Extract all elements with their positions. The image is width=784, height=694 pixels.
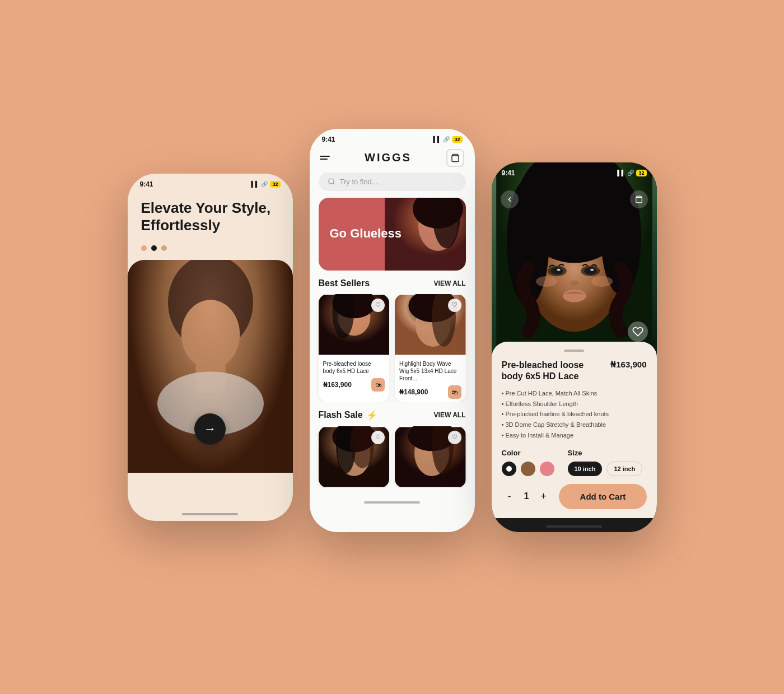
phone1-status-bar: 9:41 ▌▌ 🔗 32 (128, 174, 293, 188)
search-placeholder: Try to find... (340, 178, 378, 186)
search-bar[interactable]: Try to find... (319, 173, 466, 191)
dot-2[interactable] (151, 245, 157, 251)
best-sellers-row: ♡ Pre-bleached loose body 6x5 HD Lace ₦1… (310, 294, 475, 402)
color-swatch-black[interactable] (502, 462, 516, 476)
svg-point-37 (590, 268, 594, 271)
phone3-wishlist-button[interactable] (628, 322, 648, 342)
phone3-time: 9:41 (502, 169, 515, 177)
flash-emoji: ⚡ (366, 410, 377, 421)
hero-image: → (128, 260, 293, 473)
cta-arrow-button[interactable]: → (194, 413, 226, 445)
product-info-1: Pre-bleached loose body 6x5 HD Lace ₦163… (319, 356, 390, 395)
color-swatches (502, 462, 554, 476)
hamburger-line-2 (320, 159, 328, 160)
phone2: 9:41 ▌▌ 🔗 32 WIGGS (310, 129, 475, 532)
phone3-status-bar: 9:41 ▌▌ 🔗 32 (492, 162, 657, 177)
wiggs-logo: WIGGS (365, 151, 412, 164)
search-icon (328, 178, 335, 185)
dot-1[interactable] (141, 245, 147, 251)
best-sellers-title: Best Sellers (319, 278, 370, 288)
phone2-header: WIGGS (310, 143, 475, 173)
color-option-group: Color (502, 449, 554, 476)
product-price-row-1: ₦163,900 🛍 (323, 378, 385, 392)
size-label: Size (568, 449, 643, 457)
flash-product-image-2: ♡ (395, 426, 466, 488)
product-info-2: Highlight Body Wave Wig 5x5 13x4 HD Lace… (395, 356, 466, 402)
svg-point-41 (591, 276, 613, 287)
svg-point-1 (181, 300, 240, 369)
wishlist-button-flash-2[interactable]: ♡ (448, 431, 461, 444)
heart-icon (632, 326, 643, 337)
phone2-status-icons: ▌▌ 🔗 32 (433, 136, 462, 143)
wishlist-button-2[interactable]: ♡ (448, 299, 461, 312)
product-card-1[interactable]: ♡ Pre-bleached loose body 6x5 HD Lace ₦1… (319, 294, 390, 402)
product-detail-name: Pre-bleached loose body 6x5 HD Lace (502, 360, 605, 383)
back-arrow-icon (506, 195, 514, 203)
hamburger-menu-button[interactable] (320, 156, 330, 160)
quantity-increase-button[interactable]: + (535, 488, 551, 504)
phone3-cart-button[interactable] (630, 190, 648, 208)
add-to-cart-button-1[interactable]: 🛍 (371, 378, 385, 392)
phone2-bottom (310, 496, 475, 509)
wishlist-button-1[interactable]: ♡ (371, 299, 385, 312)
wishlist-button-flash-1[interactable]: ♡ (371, 431, 385, 444)
back-button[interactable] (501, 190, 519, 208)
product-title-row: Pre-bleached loose body 6x5 HD Lace ₦163… (502, 360, 647, 383)
flash-sale-title: Flash Sale (319, 410, 363, 420)
dot-3[interactable] (161, 245, 167, 251)
flash-sale-view-all[interactable]: VIEW ALL (434, 411, 466, 419)
phone3-hero-image: 9:41 ▌▌ 🔗 32 (492, 162, 657, 353)
product-detail-sheet: Pre-bleached loose body 6x5 HD Lace ₦163… (492, 342, 657, 518)
svg-point-5 (328, 179, 333, 184)
feature-3: Pre-plucked hairline & bleached knots (502, 409, 647, 420)
flash-product-card-2[interactable]: ♡ (395, 426, 466, 488)
glueless-banner[interactable]: Go Glueless (319, 198, 466, 271)
feature-5: Easy to Install & Manage (502, 430, 647, 441)
signal-icon: ▌▌ (617, 170, 625, 176)
product-price-row-2: ₦148,900 🛍 (399, 385, 461, 399)
quantity-value: 1 (524, 491, 529, 501)
phone3-status-icons: ▌▌ 🔗 32 (617, 170, 646, 176)
svg-point-40 (536, 276, 557, 287)
quantity-control: - 1 + (502, 488, 552, 504)
cart-icon (635, 195, 643, 203)
phone1-home-indicator (182, 513, 238, 515)
size-option-group: Size 10 inch 12 inch (568, 449, 643, 476)
signal-icon: ▌▌ (251, 181, 259, 187)
carousel-dots[interactable] (141, 245, 279, 251)
phones-container: 9:41 ▌▌ 🔗 32 Elevate Your Style, Effortl… (128, 162, 657, 532)
svg-point-35 (584, 267, 596, 274)
quantity-decrease-button[interactable]: - (502, 488, 517, 504)
size-12inch[interactable]: 12 inch (606, 462, 642, 476)
wifi-icon: 🔗 (443, 136, 450, 142)
color-label: Color (502, 449, 554, 457)
wifi-icon: 🔗 (627, 170, 634, 176)
notification-badge: 32 (270, 181, 280, 188)
product-price-2: ₦148,900 (399, 388, 428, 396)
options-row: Color Size 10 inch 12 inch (502, 449, 647, 476)
product-name-2: Highlight Body Wave Wig 5x5 13x4 HD Lace… (399, 360, 461, 382)
add-to-cart-button[interactable]: Add to Cart (559, 484, 646, 509)
flash-sale-title-group: Flash Sale ⚡ (319, 410, 377, 421)
signal-icon: ▌▌ (433, 136, 441, 142)
add-to-cart-button-2[interactable]: 🛍 (448, 385, 461, 399)
svg-point-36 (557, 268, 560, 271)
size-buttons: 10 inch 12 inch (568, 462, 643, 476)
color-swatch-brown[interactable] (521, 462, 535, 476)
product-detail-price: ₦163,900 (610, 360, 646, 370)
feature-1: Pre Cut HD Lace, Match All Skins (502, 388, 647, 399)
flash-product-image-1: ♡ (319, 426, 390, 488)
best-sellers-header: Best Sellers VIEW ALL (310, 278, 475, 294)
phone1-content: Elevate Your Style, Effortlessly (128, 188, 293, 251)
product-name-1: Pre-bleached loose body 6x5 HD Lace (323, 360, 385, 375)
color-swatch-pink[interactable] (540, 462, 554, 476)
phone2-home-indicator (364, 501, 420, 504)
cart-button[interactable] (446, 149, 464, 167)
phone1-status-icons: ▌▌ 🔗 32 (251, 181, 280, 188)
sheet-handle (564, 350, 584, 352)
phone1-time: 9:41 (140, 180, 153, 188)
best-sellers-view-all[interactable]: VIEW ALL (434, 280, 466, 287)
product-card-2[interactable]: ♡ Highlight Body Wave Wig 5x5 13x4 HD La… (395, 294, 466, 402)
size-10inch[interactable]: 10 inch (568, 462, 603, 476)
flash-product-card-1[interactable]: ♡ (319, 426, 390, 488)
